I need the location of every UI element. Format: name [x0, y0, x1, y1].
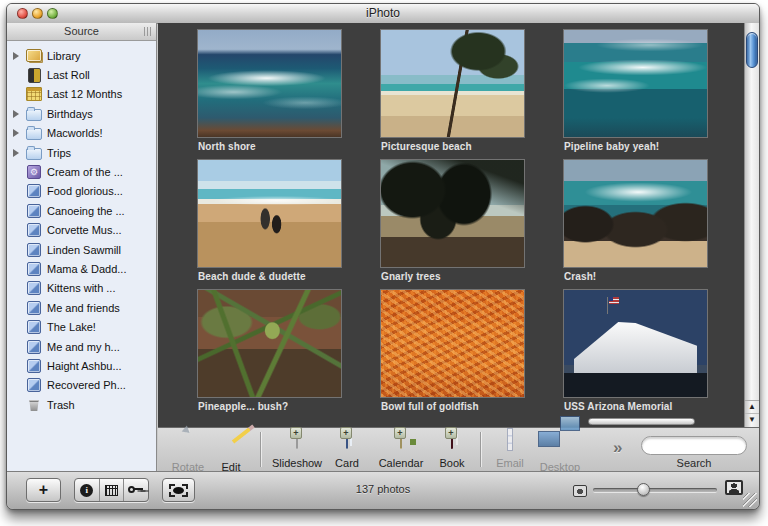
album-icon	[27, 243, 41, 257]
photo-grid: North shore Picturesque beach Pipeline b…	[198, 30, 707, 418]
scrollbar-arrows: ▲ ▼	[745, 400, 759, 427]
album-icon	[27, 281, 41, 295]
zoom-slider-knob[interactable]	[637, 483, 650, 496]
album-icon	[27, 223, 41, 237]
pane-grip-icon[interactable]	[144, 27, 153, 36]
sidebar-item-label: Library	[47, 50, 81, 62]
calendar-icon	[26, 87, 42, 101]
sidebar-item-birthdays[interactable]: Birthdays	[7, 104, 156, 123]
album-icon	[27, 378, 41, 392]
search-label: Search	[677, 457, 712, 469]
title-bar[interactable]: iPhoto	[7, 4, 759, 24]
sidebar-item-corvette-mus[interactable]: Corvette Mus...	[7, 221, 156, 240]
vertical-scrollbar-thumb[interactable]	[746, 32, 758, 68]
photo-thumbnail-north-shore[interactable]	[198, 30, 341, 137]
photo-cell: Bowl full of goldfish	[381, 290, 524, 418]
scroll-up-arrow-icon[interactable]: ▲	[745, 401, 759, 414]
sidebar-item-label: Canoeing the ...	[47, 205, 125, 217]
photo-grid-area: North shore Picturesque beach Pipeline b…	[158, 23, 759, 427]
sidebar-item-label: Linden Sawmill	[47, 244, 121, 256]
album-icon	[27, 340, 41, 354]
album-icon	[27, 262, 41, 276]
small-photo-icon[interactable]	[573, 485, 587, 497]
sidebar-item-the-lake[interactable]: The Lake!	[7, 317, 156, 336]
photo-caption: USS Arizona Memorial	[564, 401, 707, 412]
sidebar-item-label: Kittens with ...	[47, 282, 115, 294]
sidebar-item-food-glorious[interactable]: Food glorious...	[7, 182, 156, 201]
sidebar-item-library[interactable]: Library	[7, 46, 156, 65]
photo-thumbnail-crash[interactable]	[564, 160, 707, 267]
disclosure-triangle-icon[interactable]	[13, 149, 19, 157]
horizontal-scrollbar-thumb[interactable]	[588, 418, 695, 425]
sidebar-item-cream-of-the[interactable]: ⚙Cream of the ...	[7, 162, 156, 181]
sidebar-item-label: Birthdays	[47, 108, 93, 120]
sidebar-item-label: Macworlds!	[47, 127, 103, 139]
sidebar-item-label: Trips	[47, 147, 71, 159]
photo-cell: North shore	[198, 30, 341, 158]
photo-thumbnail-pipeline[interactable]	[564, 30, 707, 137]
sidebar-item-label: Recovered Ph...	[47, 379, 126, 391]
sidebar-item-me-and-friends[interactable]: Me and friends	[7, 298, 156, 317]
sidebar-item-label: Corvette Mus...	[47, 224, 122, 236]
photo-thumbnail-uss-arizona[interactable]	[564, 290, 707, 397]
source-list: Library Last Roll Last 12 Months Birthda…	[7, 41, 156, 414]
photo-caption: Pineapple... bush?	[198, 401, 341, 412]
sidebar-item-mama-dadd[interactable]: Mama & Dadd...	[7, 259, 156, 278]
photo-thumbnail-beach-dude[interactable]	[198, 160, 341, 267]
sidebar-item-macworlds[interactable]: Macworlds!	[7, 124, 156, 143]
album-icon	[27, 301, 41, 315]
sidebar-item-linden-sawmill[interactable]: Linden Sawmill	[7, 240, 156, 259]
disclosure-triangle-icon[interactable]	[13, 129, 19, 137]
sidebar-item-trips[interactable]: Trips	[7, 143, 156, 162]
calendar-create-icon	[400, 430, 402, 449]
photo-cell: Pipeline baby yeah!	[564, 30, 707, 158]
scroll-down-arrow-icon[interactable]: ▼	[745, 414, 759, 426]
zoom-slider-track[interactable]	[593, 488, 717, 492]
sidebar-item-canoeing-the[interactable]: Canoeing the ...	[7, 201, 156, 220]
sidebar-item-label: Food glorious...	[47, 185, 123, 197]
folder-icon	[26, 109, 42, 121]
photo-caption: Bowl full of goldfish	[381, 401, 524, 412]
sidebar-item-trash[interactable]: Trash	[7, 395, 156, 414]
photo-thumbnail-goldfish[interactable]	[381, 290, 524, 397]
book-icon	[451, 430, 453, 449]
source-sidebar: Source Library Last Roll Last 12 Months …	[7, 23, 157, 472]
sidebar-item-label: Mama & Dadd...	[47, 263, 126, 275]
sidebar-item-haight-ashbu[interactable]: Haight Ashbu...	[7, 356, 156, 375]
album-icon	[27, 320, 41, 334]
toolbar-overflow-chevron-icon[interactable]: »	[613, 438, 622, 458]
smart-album-icon: ⚙	[27, 165, 41, 179]
sidebar-item-label: Last 12 Months	[47, 88, 122, 100]
search-input[interactable]	[641, 436, 747, 455]
photo-thumbnail-gnarly-trees[interactable]	[381, 160, 524, 267]
album-icon	[27, 184, 41, 198]
photo-thumbnail-pineapple[interactable]	[198, 290, 341, 397]
email-icon	[508, 429, 512, 450]
sidebar-item-label: Me and my h...	[47, 341, 120, 353]
photo-caption: North shore	[198, 141, 341, 152]
edit-button[interactable]: Edit	[195, 431, 267, 473]
vertical-scrollbar[interactable]: ▲ ▼	[744, 23, 759, 427]
large-photo-icon[interactable]	[725, 480, 743, 495]
photo-cell: Crash!	[564, 160, 707, 288]
window-resize-grip[interactable]	[743, 493, 757, 507]
window-title: iPhoto	[7, 6, 759, 20]
sidebar-item-kittens-with[interactable]: Kittens with ...	[7, 279, 156, 298]
disclosure-triangle-icon[interactable]	[13, 110, 19, 118]
sidebar-item-label: Trash	[47, 399, 75, 411]
sidebar-header: Source	[7, 23, 156, 41]
photo-cell: Pineapple... bush?	[198, 290, 341, 418]
sidebar-item-me-and-my-h[interactable]: Me and my h...	[7, 337, 156, 356]
sidebar-item-last-roll[interactable]: Last Roll	[7, 65, 156, 84]
sidebar-item-last-12-months[interactable]: Last 12 Months	[7, 85, 156, 104]
disclosure-triangle-icon[interactable]	[13, 52, 19, 60]
photo-cell: USS Arizona Memorial	[564, 290, 707, 418]
photo-caption: Pipeline baby yeah!	[564, 141, 707, 152]
sidebar-item-label: Haight Ashbu...	[47, 360, 122, 372]
sidebar-item-label: Last Roll	[47, 69, 90, 81]
desktop-button[interactable]: Desktop	[524, 431, 596, 473]
sidebar-item-recovered-ph[interactable]: Recovered Ph...	[7, 376, 156, 395]
sidebar-item-label: Cream of the ...	[47, 166, 123, 178]
photo-thumbnail-picturesque-beach[interactable]	[381, 30, 524, 137]
sidebar-item-label: The Lake!	[47, 321, 96, 333]
